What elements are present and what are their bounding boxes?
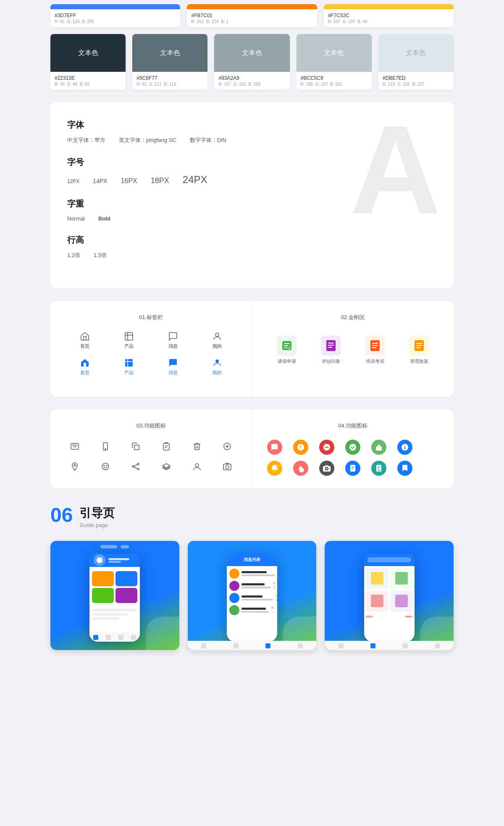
nav-icons-row-filled: 首页 产品 消息: [63, 358, 239, 376]
text-hex-1: #22313E: [55, 75, 121, 81]
nav-dot-4: [131, 635, 136, 640]
size-24: 24PX: [183, 174, 207, 186]
nav-label-mine-outline: 我的: [213, 343, 222, 349]
line-height-group: 行高 1.2倍 1.5倍: [67, 234, 437, 259]
phone-header-3: [364, 553, 415, 566]
msg-time-4: 周一: [271, 606, 275, 614]
icon-clipboard: [160, 440, 173, 453]
leave-icon-box: [277, 336, 297, 356]
jinding-panel: 02.金刚区 请假申请: [252, 301, 454, 397]
card-blue: [116, 571, 137, 586]
nav-item-mine-outline: 我的: [212, 331, 222, 349]
tabs-panel: 01.标签栏 首页 产品: [50, 301, 252, 397]
app-icon-doc: [345, 461, 360, 476]
app-icon-green-check: [345, 440, 360, 455]
card-purple: [116, 588, 137, 603]
nav-label-msg-filled: 消息: [168, 370, 178, 376]
color-swatch-blue: [50, 4, 180, 9]
section-title-en-06: Guide page: [79, 522, 115, 528]
color-swatch-orange: [187, 4, 317, 9]
text-color-row: 文本色 #22313E R: 34 G: 49 B: 62 文本色 #5C6F7…: [50, 34, 454, 90]
status-bar-right: [121, 545, 129, 548]
line-1-2: 1.2倍: [67, 252, 80, 259]
screenshot-message: 消息列表 12:46: [188, 541, 317, 650]
svg-point-21: [132, 466, 134, 467]
phone-status-bar: [100, 545, 129, 548]
jinding-panel-title: 02.金刚区: [265, 314, 441, 321]
nav-icons-row-outline: 首页 产品 消息: [63, 331, 239, 349]
svg-point-12: [105, 448, 106, 449]
product-img-4: [395, 595, 408, 607]
nav-label-home-filled: 首页: [80, 370, 89, 376]
policy-icon: [413, 339, 425, 352]
msg-text-2: [242, 587, 271, 588]
svg-rect-24: [223, 464, 231, 470]
color-card-blue: #3D7EFF R: 61 G: 126 B: 255: [50, 4, 180, 27]
list-area: [89, 606, 140, 622]
home-outline-icon: [80, 331, 90, 341]
msg-avatar-1: [229, 569, 239, 579]
app-icon-empty-1: [423, 440, 438, 455]
font-num: 数字字体：DIN: [190, 136, 226, 144]
font-cn: 中文字体：苹方: [67, 136, 105, 144]
icon-share: [129, 460, 142, 473]
card-grid: [89, 569, 140, 606]
icon-filter: [68, 440, 81, 453]
exam-icon: !: [369, 339, 381, 352]
screenshot-home: [50, 541, 179, 650]
svg-point-18: [104, 465, 105, 466]
product-1: [366, 568, 388, 589]
svg-point-1: [215, 333, 219, 336]
app-icon-doc2: [371, 461, 386, 476]
icon-copy: [129, 440, 142, 453]
bottom-nav-2: [227, 641, 277, 642]
font-size-title: 字号: [67, 157, 437, 168]
msg-avatar-3: [229, 593, 239, 603]
size-16: 16PX: [121, 177, 137, 185]
msg-content-4: [242, 608, 269, 613]
svg-rect-2: [125, 359, 133, 367]
msg-text-1: [242, 574, 275, 576]
nav-label-product-filled: 产品: [124, 370, 134, 376]
text-color-card-3: 文本色 #93A2A9 R: 147 G: 162 B: 169: [214, 34, 289, 90]
product-grid: [364, 566, 415, 613]
avatar-inner: [97, 557, 102, 563]
icon-person: [190, 460, 204, 473]
card-green: [92, 588, 114, 603]
jinding-item-policy: 管理政策: [409, 336, 429, 364]
screenshot-shop: ¥30+ ¥99+: [325, 541, 454, 650]
svg-rect-33: [350, 465, 355, 472]
nav-item-home-filled: 首页: [80, 358, 90, 376]
text-color-card-1: 文本色 #22313E R: 34 G: 49 B: 62: [50, 34, 126, 90]
list-line-3: [92, 617, 119, 620]
section-number-06: 06: [50, 505, 73, 525]
nav-item-mine-filled: 我的: [212, 358, 222, 376]
list-line-2: [92, 613, 128, 616]
svg-rect-13: [134, 445, 139, 450]
product-outline-icon: [124, 331, 134, 341]
icon-emoji: [99, 460, 112, 473]
nav-dot-3: [118, 635, 123, 640]
app-icon-camera: [319, 461, 334, 476]
user-info: [107, 558, 136, 563]
policy-icon-box: [409, 336, 429, 356]
icon-phone: [99, 440, 112, 453]
color-hex: #F7C52C: [328, 13, 449, 18]
color-swatch-yellow: [324, 4, 454, 9]
deco-corner-1: [146, 616, 179, 650]
svg-point-23: [195, 464, 199, 467]
phone-header-1: [89, 553, 140, 567]
mine-filled-icon: [212, 358, 222, 368]
msg-item-2: 昨天: [229, 581, 275, 591]
phone-header-2: 消息列表: [227, 553, 277, 566]
size-18: 18PX: [151, 176, 169, 185]
svg-point-32: [326, 468, 328, 469]
jinding-item-exam: ! 培训考试: [365, 336, 385, 364]
app-icon-red-msg: [267, 440, 282, 455]
msg-item-1: 12:46: [229, 569, 275, 579]
price-row: ¥30+ ¥99+: [364, 613, 415, 620]
message-filled-icon: [168, 358, 178, 368]
text-rgb-4: R: 188 G: 197 B: 201: [301, 82, 368, 87]
section-title-cn-06: 引导页: [79, 505, 115, 521]
msg-name-3: [242, 595, 262, 598]
